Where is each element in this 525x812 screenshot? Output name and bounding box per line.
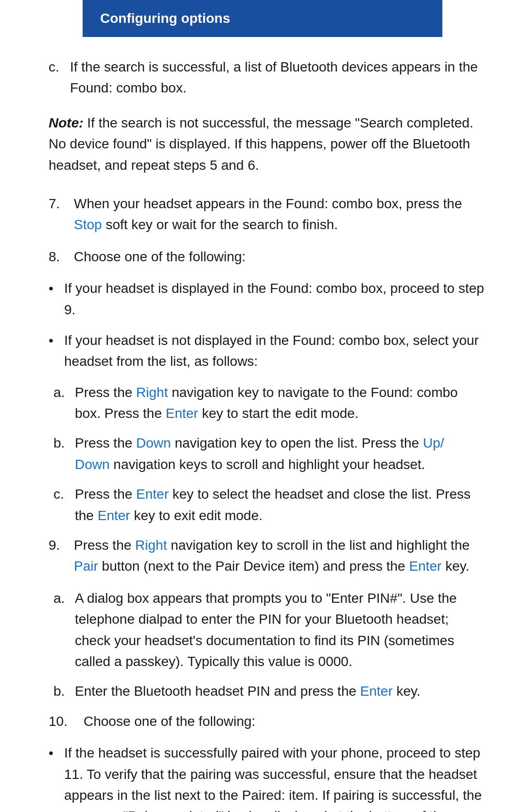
item-c-text: If the search is successful, a list of B… — [70, 56, 486, 99]
step-9-after: key. — [441, 559, 469, 574]
step-9: 9. Press the Right navigation key to scr… — [39, 535, 486, 577]
bullet-3-text: If the headset is successfully paired wi… — [64, 742, 486, 812]
step-7-text: When your headset appears in the Found: … — [74, 193, 486, 235]
step-9b-label: b. — [53, 681, 75, 702]
step-7-stop-link[interactable]: Stop — [74, 217, 102, 232]
step-9-num: 9. — [49, 535, 74, 577]
sub-item-a: a. Press the Right navigation key to nav… — [39, 382, 486, 424]
step-7-text-before: When your headset appears in the Found: … — [74, 196, 462, 211]
bullet-item-1: • If your headset is displayed in the Fo… — [39, 278, 486, 320]
bullet-3-dot: • — [49, 742, 64, 812]
sub-a-after: key to start the edit mode. — [198, 406, 359, 421]
sub-b-text: Press the Down navigation key to open th… — [75, 433, 444, 475]
note-bold: Note: — [49, 115, 84, 130]
step-9-mid2: button (next to the Pair Device item) an… — [98, 559, 409, 574]
step-7-text-after: soft key or wait for the search to finis… — [102, 217, 338, 232]
step-9b-text: Enter the Bluetooth headset PIN and pres… — [75, 681, 420, 702]
step-9-mid: navigation key to scroll in the list and… — [167, 538, 470, 553]
sub-b-mid: navigation key to open the list. Press t… — [171, 435, 423, 451]
bullet-item-2: • If your headset is not displayed in th… — [39, 330, 486, 372]
step-9-before: Press the — [74, 538, 135, 553]
sub-b-label: b. — [53, 433, 75, 475]
step-9b-before: Enter the Bluetooth headset PIN and pres… — [75, 684, 360, 699]
step-7-num: 7. — [49, 193, 74, 235]
content-area: c. If the search is successful, a list o… — [0, 37, 525, 812]
item-c-label: c. — [49, 56, 70, 99]
sub-b-updown-link1[interactable]: Up/ — [423, 435, 444, 451]
sub-item-c: c. Press the Enter key to select the hea… — [39, 484, 486, 526]
sub-b-after: navigation keys to scroll and highlight … — [110, 457, 425, 472]
step-8-bullets: • If your headset is displayed in the Fo… — [39, 278, 486, 372]
step-8-text: Choose one of the following: — [74, 246, 245, 267]
step-10-text: Choose one of the following: — [84, 711, 255, 732]
note-rest: If the search is not successful, the mes… — [49, 115, 473, 173]
bullet-2-dot: • — [49, 330, 64, 372]
item-c: c. If the search is successful, a list o… — [39, 56, 486, 99]
sub-c-before: Press the — [75, 487, 136, 502]
bullet-item-3: • If the headset is successfully paired … — [39, 742, 486, 812]
header-bar: Configuring options — [83, 0, 442, 37]
bullet-1-text: If your headset is displayed in the Foun… — [64, 278, 486, 320]
step-9b-enter-link[interactable]: Enter — [360, 684, 393, 699]
step-9a-label: a. — [53, 588, 75, 672]
sub-c-enter-link1[interactable]: Enter — [136, 487, 169, 502]
bullet-2-text: If your headset is not displayed in the … — [64, 330, 486, 372]
step-8-num: 8. — [49, 246, 74, 267]
step-9a-text: A dialog box appears that prompts you to… — [75, 588, 486, 672]
sub-a-before: Press the — [75, 385, 136, 400]
sub-a-label: a. — [53, 382, 75, 424]
sub-c-enter-link2[interactable]: Enter — [98, 508, 130, 523]
sub-c-label: c. — [53, 484, 75, 526]
step-7: 7. When your headset appears in the Foun… — [39, 193, 486, 235]
step-10: 10. Choose one of the following: — [39, 711, 486, 732]
step-8: 8. Choose one of the following: — [39, 246, 486, 267]
sub-c-after: key to exit edit mode. — [130, 508, 262, 523]
step-9-enter-link[interactable]: Enter — [409, 559, 441, 574]
sub-item-b: b. Press the Down navigation key to open… — [39, 433, 486, 475]
step-9-sub-b: b. Enter the Bluetooth headset PIN and p… — [39, 681, 486, 702]
step-9-sub-list: a. A dialog box appears that prompts you… — [39, 588, 486, 702]
sub-b-down-link[interactable]: Down — [136, 435, 171, 451]
sub-a-right-link[interactable]: Right — [136, 385, 168, 400]
bullet-1-dot: • — [49, 278, 64, 320]
step-10-num: 10. — [49, 711, 84, 732]
step-10-bullets: • If the headset is successfully paired … — [39, 742, 486, 812]
sub-a-enter-link[interactable]: Enter — [166, 406, 198, 421]
header-title: Configuring options — [100, 11, 230, 26]
sub-b-updown-link2[interactable]: Down — [75, 457, 110, 472]
step-9b-after: key. — [393, 684, 420, 699]
note-block: Note: If the search is not successful, t… — [39, 112, 486, 176]
step-9-text: Press the Right navigation key to scroll… — [74, 535, 486, 577]
step-9-sub-a: a. A dialog box appears that prompts you… — [39, 588, 486, 672]
step-9-pair-link[interactable]: Pair — [74, 559, 98, 574]
sub-a-text: Press the Right navigation key to naviga… — [75, 382, 486, 424]
sub-list-abc: a. Press the Right navigation key to nav… — [39, 382, 486, 526]
sub-b-before: Press the — [75, 435, 136, 451]
step-9-right-link[interactable]: Right — [135, 538, 167, 553]
sub-c-text: Press the Enter key to select the headse… — [75, 484, 486, 526]
